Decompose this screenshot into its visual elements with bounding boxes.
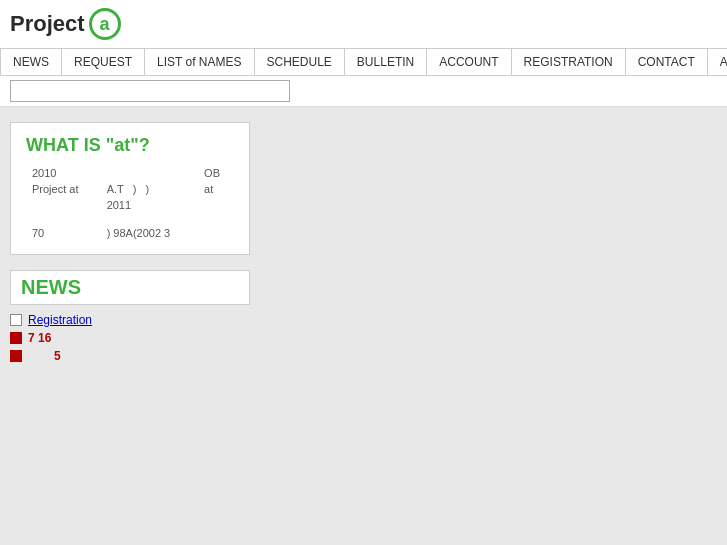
logo-icon: a — [89, 8, 121, 40]
cell: OB — [200, 166, 232, 180]
main-content: WHAT IS "at"? 2010 OB Project at A.T ) )… — [0, 107, 500, 382]
cell: 2010 — [28, 166, 101, 180]
cell — [28, 214, 232, 224]
nav-item-request[interactable]: REQUEST — [62, 49, 145, 75]
cell: A.T ) ) — [103, 182, 198, 196]
nav-item-contact[interactable]: CONTACT — [626, 49, 708, 75]
cell: ) 98A(2002 3 — [103, 226, 198, 240]
news-item: 7 16 — [10, 331, 490, 345]
cell: at — [200, 182, 232, 196]
news-item: Registration — [10, 313, 490, 327]
registration-link[interactable]: Registration — [28, 313, 92, 327]
red-square-icon — [10, 350, 22, 362]
logo-text: Project — [10, 11, 85, 37]
cell — [200, 226, 232, 240]
cell — [28, 198, 101, 212]
cell: 2011 — [103, 198, 198, 212]
table-row: Project at A.T ) ) at — [28, 182, 232, 196]
search-input[interactable] — [10, 80, 290, 102]
nav-item-bulletin[interactable]: BULLETIN — [345, 49, 427, 75]
search-bar — [0, 76, 727, 107]
nav-item-account[interactable]: ACCOUNT — [427, 49, 511, 75]
table-row: 2011 — [28, 198, 232, 212]
cell: 70 — [28, 226, 101, 240]
what-is-box: WHAT IS "at"? 2010 OB Project at A.T ) )… — [10, 122, 250, 255]
table-row: 70 ) 98A(2002 3 — [28, 226, 232, 240]
cell: Project at — [28, 182, 101, 196]
nav-bar: NEWS REQUEST LIST of NAMES SCHEDULE BULL… — [0, 48, 727, 76]
nav-item-registration[interactable]: REGISTRATION — [512, 49, 626, 75]
checkbox-icon[interactable] — [10, 314, 22, 326]
nav-item-schedule[interactable]: SCHEDULE — [255, 49, 345, 75]
news-text — [28, 349, 48, 363]
table-row — [28, 214, 232, 224]
what-is-title: WHAT IS "at"? — [26, 135, 234, 156]
table-row: 2010 OB — [28, 166, 232, 180]
logo[interactable]: Project a — [10, 8, 121, 40]
news-number: 5 — [54, 349, 61, 363]
news-section: NEWS Registration 7 16 5 — [10, 270, 490, 363]
cell — [103, 166, 198, 180]
nav-item-about[interactable]: ABOUT — [708, 49, 727, 75]
red-square-icon — [10, 332, 22, 344]
header: Project a — [0, 0, 727, 48]
news-title: NEWS — [10, 270, 250, 305]
news-date: 7 16 — [28, 331, 51, 345]
cell — [200, 198, 232, 212]
nav-item-list-of-names[interactable]: LIST of NAMES — [145, 49, 254, 75]
news-item: 5 — [10, 349, 490, 363]
what-is-table: 2010 OB Project at A.T ) ) at 2011 70 ) … — [26, 164, 234, 242]
nav-item-news[interactable]: NEWS — [0, 49, 62, 75]
